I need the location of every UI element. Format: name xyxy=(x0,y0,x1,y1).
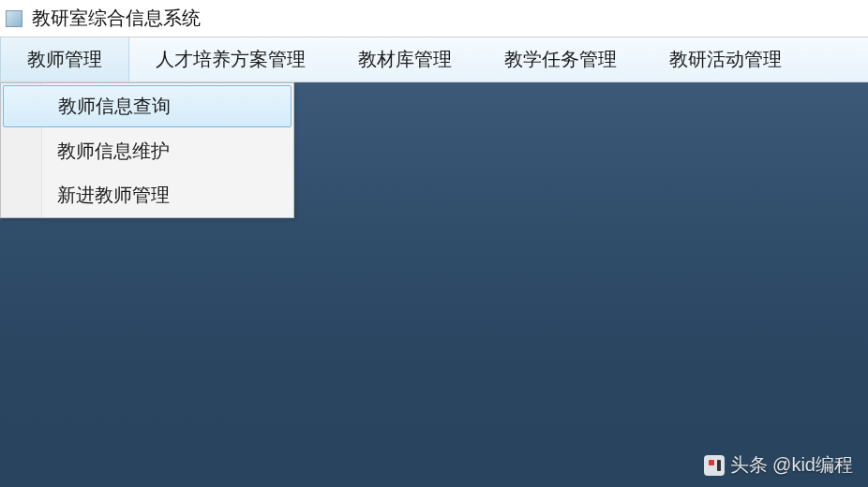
watermark: 头条 @kid编程 xyxy=(704,452,853,478)
dropdown-teacher-management: 教师信息查询 教师信息维护 新进教师管理 xyxy=(0,82,294,218)
menu-bar: 教师管理 人才培养方案管理 教材库管理 教学任务管理 教研活动管理 xyxy=(0,37,868,82)
app-icon xyxy=(6,10,22,27)
menu-teacher-management[interactable]: 教师管理 xyxy=(0,37,129,81)
dropdown-item-new-teacher-management[interactable]: 新进教师管理 xyxy=(1,173,293,217)
menu-textbook-management[interactable]: 教材库管理 xyxy=(332,37,478,81)
title-bar: 教研室综合信息系统 xyxy=(0,0,868,37)
menu-research-activity-management[interactable]: 教研活动管理 xyxy=(643,37,808,81)
menu-teaching-task-management[interactable]: 教学任务管理 xyxy=(478,37,643,81)
window-title: 教研室综合信息系统 xyxy=(32,6,201,31)
watermark-logo-icon xyxy=(704,455,725,476)
dropdown-item-teacher-info-maintain[interactable]: 教师信息维护 xyxy=(1,129,293,173)
dropdown-item-teacher-info-query[interactable]: 教师信息查询 xyxy=(3,85,292,127)
menu-talent-plan-management[interactable]: 人才培养方案管理 xyxy=(129,37,332,81)
watermark-text: 头条 @kid编程 xyxy=(730,452,853,478)
